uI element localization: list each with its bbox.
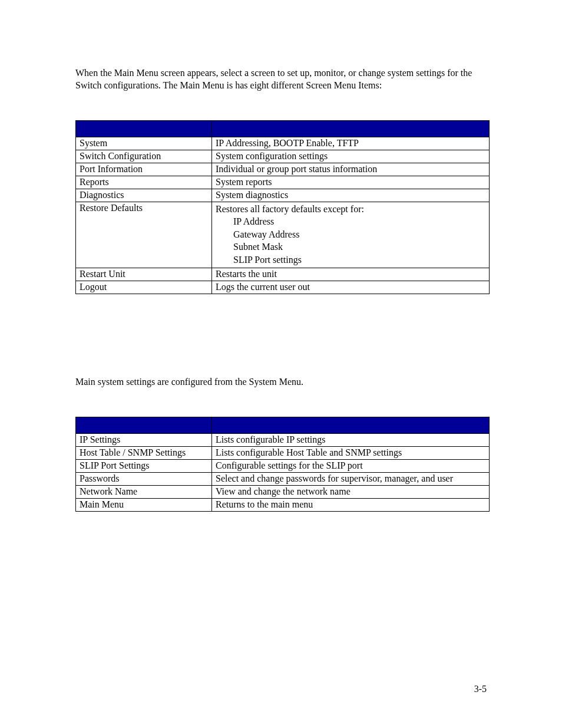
menu-item-label: Logout [76, 281, 212, 294]
menu-item-label: Passwords [76, 472, 212, 485]
intro-paragraph: When the Main Menu screen appears, selec… [75, 67, 490, 92]
restore-item: IP Address [216, 216, 274, 226]
table-row: Reports System reports [76, 176, 490, 189]
main-menu-table: System IP Addressing, BOOTP Enable, TFTP… [75, 120, 490, 294]
restore-item: Gateway Address [216, 229, 299, 239]
menu-item-label: Diagnostics [76, 189, 212, 202]
table-row: Passwords Select and change passwords fo… [76, 472, 490, 485]
menu-item-desc: Individual or group port status informat… [212, 163, 490, 176]
header-cell [212, 417, 490, 433]
menu-item-desc: Restores all factory defaults except for… [212, 202, 490, 268]
menu-item-desc: System configuration settings [212, 150, 490, 163]
table-row: Restart Unit Restarts the unit [76, 268, 490, 281]
header-cell [212, 120, 490, 137]
menu-item-desc: Logs the current user out [212, 281, 490, 294]
menu-item-label: SLIP Port Settings [76, 459, 212, 472]
table-row: System IP Addressing, BOOTP Enable, TFTP [76, 137, 490, 150]
menu-item-label: Switch Configuration [76, 150, 212, 163]
system-menu-table: IP Settings Lists configurable IP settin… [75, 417, 490, 512]
menu-item-desc: Select and change passwords for supervis… [212, 472, 490, 485]
header-cell [76, 120, 212, 137]
table-row: SLIP Port Settings Configurable settings… [76, 459, 490, 472]
table-header-row [76, 417, 490, 433]
menu-item-label: Port Information [76, 163, 212, 176]
menu-item-desc: IP Addressing, BOOTP Enable, TFTP [212, 137, 490, 150]
menu-item-desc: System diagnostics [212, 189, 490, 202]
restore-item: SLIP Port settings [216, 255, 302, 265]
restore-item: Subnet Mask [216, 242, 283, 252]
menu-item-desc: System reports [212, 176, 490, 189]
table-row: Host Table / SNMP Settings Lists configu… [76, 446, 490, 459]
table-row: Diagnostics System diagnostics [76, 189, 490, 202]
menu-item-label: Host Table / SNMP Settings [76, 446, 212, 459]
menu-item-label: Reports [76, 176, 212, 189]
table-row: Main Menu Returns to the main menu [76, 498, 490, 511]
table-row: IP Settings Lists configurable IP settin… [76, 433, 490, 446]
table-row: Restore Defaults Restores all factory de… [76, 202, 490, 268]
menu-item-label: Restore Defaults [76, 202, 212, 268]
table-row: Network Name View and change the network… [76, 485, 490, 498]
menu-item-label: System [76, 137, 212, 150]
menu-item-desc: Lists configurable Host Table and SNMP s… [212, 446, 490, 459]
menu-item-label: Main Menu [76, 498, 212, 511]
menu-item-desc: View and change the network name [212, 485, 490, 498]
menu-item-desc: Restarts the unit [212, 268, 490, 281]
table-row: Switch Configuration System configuratio… [76, 150, 490, 163]
system-menu-intro: Main system settings are configured from… [75, 377, 490, 387]
restore-desc-text: Restores all factory defaults except for… [216, 204, 364, 214]
menu-item-label: Restart Unit [76, 268, 212, 281]
menu-item-desc: Returns to the main menu [212, 498, 490, 511]
menu-item-desc: Lists configurable IP settings [212, 433, 490, 446]
header-cell [76, 417, 212, 433]
table-row: Logout Logs the current user out [76, 281, 490, 294]
menu-item-label: Network Name [76, 485, 212, 498]
menu-item-label: IP Settings [76, 433, 212, 446]
menu-item-desc: Configurable settings for the SLIP port [212, 459, 490, 472]
table-header-row [76, 120, 490, 137]
page-number: 3-5 [474, 684, 487, 694]
table-row: Port Information Individual or group por… [76, 163, 490, 176]
